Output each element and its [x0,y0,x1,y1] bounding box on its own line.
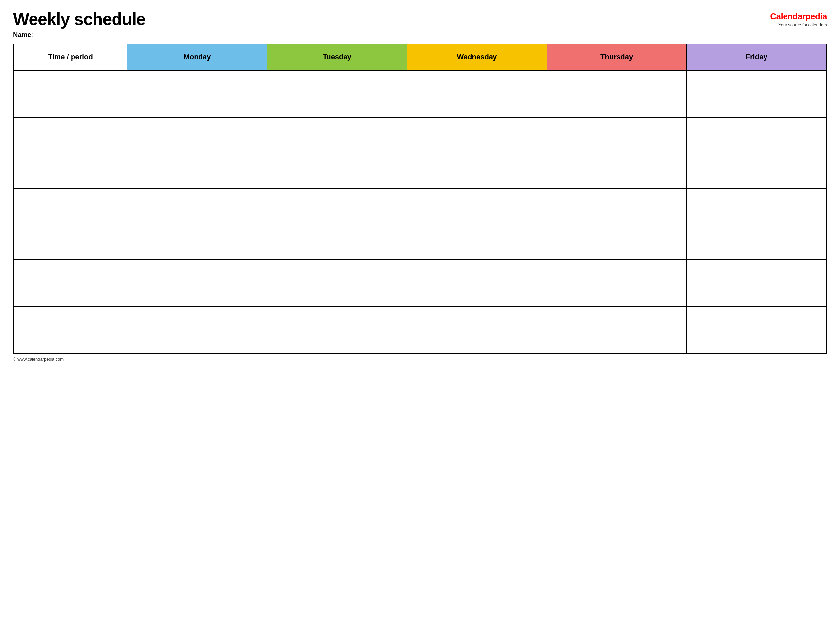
table-cell[interactable] [407,283,547,307]
table-cell[interactable] [547,165,687,188]
table-cell[interactable] [687,188,827,212]
header-wednesday: Wednesday [407,44,547,70]
table-cell[interactable] [127,165,267,188]
table-cell[interactable] [407,165,547,188]
table-cell[interactable] [407,117,547,141]
table-cell[interactable] [127,117,267,141]
table-cell[interactable] [13,212,127,236]
table-cell[interactable] [407,212,547,236]
table-cell[interactable] [687,117,827,141]
table-cell[interactable] [13,188,127,212]
table-row [13,236,827,259]
table-cell[interactable] [127,70,267,94]
table-cell[interactable] [127,283,267,307]
table-row [13,330,827,354]
table-cell[interactable] [547,330,687,354]
table-cell[interactable] [267,117,407,141]
table-cell[interactable] [407,307,547,330]
copyright-text: © www.calendarpedia.com [13,357,64,362]
table-row [13,141,827,165]
table-cell[interactable] [13,307,127,330]
table-cell[interactable] [13,330,127,354]
table-cell[interactable] [687,283,827,307]
logo-red-text: pedia [805,11,827,21]
table-cell[interactable] [407,94,547,117]
schedule-body [13,70,827,354]
table-cell[interactable] [13,141,127,165]
table-cell[interactable] [127,259,267,283]
table-cell[interactable] [127,330,267,354]
table-cell[interactable] [687,94,827,117]
table-cell[interactable] [127,212,267,236]
table-cell[interactable] [407,141,547,165]
logo-black-text: Calendar [770,11,805,21]
table-cell[interactable] [407,330,547,354]
table-cell[interactable] [547,283,687,307]
table-cell[interactable] [547,141,687,165]
table-cell[interactable] [687,307,827,330]
table-cell[interactable] [687,212,827,236]
table-cell[interactable] [127,188,267,212]
table-cell[interactable] [687,236,827,259]
table-row [13,94,827,117]
table-cell[interactable] [267,236,407,259]
table-row [13,259,827,283]
header-friday: Friday [687,44,827,70]
table-cell[interactable] [267,141,407,165]
table-cell[interactable] [127,141,267,165]
table-cell[interactable] [407,188,547,212]
table-cell[interactable] [547,117,687,141]
table-cell[interactable] [547,70,687,94]
table-cell[interactable] [547,94,687,117]
schedule-table: Time / period Monday Tuesday Wednesday T… [13,44,827,354]
table-cell[interactable] [267,70,407,94]
table-cell[interactable] [547,259,687,283]
table-cell[interactable] [267,330,407,354]
table-cell[interactable] [127,307,267,330]
table-cell[interactable] [13,165,127,188]
table-cell[interactable] [127,236,267,259]
table-cell[interactable] [687,330,827,354]
table-cell[interactable] [13,283,127,307]
table-cell[interactable] [267,283,407,307]
table-cell[interactable] [687,165,827,188]
table-cell[interactable] [407,259,547,283]
table-cell[interactable] [267,188,407,212]
header-monday: Monday [127,44,267,70]
table-row [13,70,827,94]
footer: © www.calendarpedia.com [13,357,827,362]
table-cell[interactable] [13,259,127,283]
table-cell[interactable] [407,70,547,94]
name-label: Name: [13,31,145,39]
header-time: Time / period [13,44,127,70]
title-section: Weekly schedule Name: [13,10,145,39]
table-cell[interactable] [13,236,127,259]
table-row [13,212,827,236]
table-cell[interactable] [13,117,127,141]
table-cell[interactable] [13,94,127,117]
table-cell[interactable] [267,165,407,188]
table-cell[interactable] [547,188,687,212]
table-cell[interactable] [547,212,687,236]
table-cell[interactable] [127,94,267,117]
table-cell[interactable] [547,236,687,259]
table-cell[interactable] [687,141,827,165]
table-cell[interactable] [687,70,827,94]
logo-text: Calendarpedia [770,11,827,22]
table-cell[interactable] [687,259,827,283]
table-cell[interactable] [267,94,407,117]
table-row [13,117,827,141]
table-cell[interactable] [547,307,687,330]
logo-tagline: Your source for calendars [778,22,827,27]
table-cell[interactable] [267,212,407,236]
header-row: Time / period Monday Tuesday Wednesday T… [13,44,827,70]
table-cell[interactable] [267,259,407,283]
table-cell[interactable] [407,236,547,259]
table-row [13,307,827,330]
table-cell[interactable] [267,307,407,330]
table-cell[interactable] [13,70,127,94]
page-header: Weekly schedule Name: Calendarpedia Your… [13,10,827,39]
table-row [13,165,827,188]
logo-section: Calendarpedia Your source for calendars [770,10,827,27]
table-row [13,188,827,212]
